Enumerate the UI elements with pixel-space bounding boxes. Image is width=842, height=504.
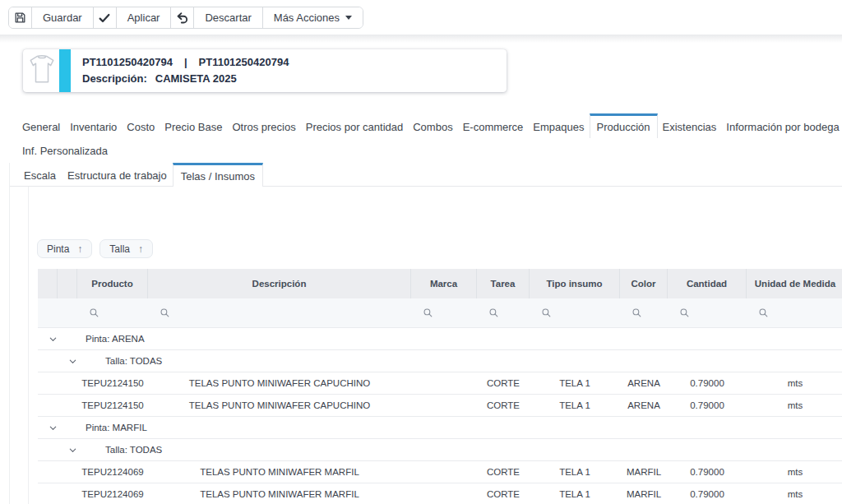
cell-producto: TEPU2124150 xyxy=(77,372,148,394)
filter-input-producto[interactable] xyxy=(77,298,148,327)
undo-icon xyxy=(175,11,189,25)
group-row-pinta-arena[interactable]: Pinta: ARENA xyxy=(38,328,842,350)
cell-descripcion: TELAS PUNTO MINIWAFER MARFIL xyxy=(148,483,411,504)
column-header-color: Color xyxy=(620,269,668,298)
cell-producto: TEPU2124150 xyxy=(77,395,148,416)
discard-button[interactable]: Descartar xyxy=(194,7,262,28)
cell-color: MARFIL xyxy=(620,483,668,504)
sort-chip-pinta[interactable]: Pinta ↑ xyxy=(37,239,92,258)
cell-color: ARENA xyxy=(620,395,668,416)
tab-existencias[interactable]: Existencias xyxy=(658,113,722,138)
cell-color: ARENA xyxy=(620,372,668,394)
tab-produccion[interactable]: Producción xyxy=(590,113,658,138)
column-header-descripcion: Descripción xyxy=(148,269,411,298)
chevron-down-icon[interactable] xyxy=(68,446,77,455)
tab-inventario[interactable]: Inventario xyxy=(65,113,122,138)
column-header-cantidad: Cantidad xyxy=(668,269,747,298)
product-code-primary: PT1101250420794 xyxy=(82,56,173,68)
caret-down-icon xyxy=(345,16,352,20)
product-description-line: Descripción:CAMISETA 2025 xyxy=(82,72,294,85)
main-tab-bar: General Inventario Costo Precio Base Otr… xyxy=(0,113,842,161)
product-code-line: PT1101250420794|PT1101250420794 xyxy=(82,56,294,68)
search-icon xyxy=(423,307,433,318)
group-label: Talla: TODAS xyxy=(105,356,162,366)
tab-precios-por-cantidad[interactable]: Precios por cantidad xyxy=(301,113,409,138)
discard-icon-button[interactable] xyxy=(171,7,194,28)
tab-inf-personalizada[interactable]: Inf. Personalizada xyxy=(17,138,113,161)
search-icon xyxy=(632,307,642,318)
chevron-down-icon[interactable] xyxy=(49,335,58,344)
search-icon xyxy=(160,307,170,318)
column-header-marca: Marca xyxy=(411,269,477,298)
apply-icon-button[interactable] xyxy=(94,7,117,28)
product-header-card: PT1101250420794|PT1101250420794 Descripc… xyxy=(23,49,507,92)
sort-chip-talla[interactable]: Talla ↑ xyxy=(99,239,153,258)
sort-chip-bar: Pinta ↑ Talla ↑ xyxy=(29,187,842,258)
cell-unidad: mts xyxy=(747,483,842,504)
chevron-down-icon[interactable] xyxy=(49,423,58,432)
product-image xyxy=(23,49,56,92)
cell-tarea: CORTE xyxy=(477,395,530,416)
cell-cantidad: 0.79000 xyxy=(668,461,747,483)
more-actions-button[interactable]: Más Acciones xyxy=(263,7,363,28)
table-row[interactable]: TEPU2124069 TELAS PUNTO MINIWAFER MARFIL… xyxy=(38,483,842,504)
group-row-pinta-marfil[interactable]: Pinta: MARFIL xyxy=(38,417,842,439)
cell-tipo-insumo: TELA 1 xyxy=(530,461,620,483)
cell-unidad: mts xyxy=(747,461,842,483)
apply-button[interactable]: Aplicar xyxy=(117,7,172,28)
produccion-tab-panel: Escala Estructura de trabajo Telas / Ins… xyxy=(9,163,842,504)
column-header-tarea: Tarea xyxy=(477,269,530,298)
tab-precio-base[interactable]: Precio Base xyxy=(160,113,227,138)
cell-marca xyxy=(411,461,477,483)
group-row-talla-todas[interactable]: Talla: TODAS xyxy=(38,350,842,372)
cell-marca xyxy=(411,395,477,416)
code-separator: | xyxy=(178,56,194,68)
filter-input-cantidad[interactable] xyxy=(668,298,747,327)
table-row[interactable]: TEPU2124150 TELAS PUNTO MINIWAFER CAPUCH… xyxy=(38,395,842,417)
description-label: Descripción: xyxy=(82,72,147,85)
filter-input-descripcion[interactable] xyxy=(148,298,411,327)
cell-producto: TEPU2124069 xyxy=(77,483,148,504)
column-header-tipo-insumo: Tipo insumo xyxy=(530,269,620,298)
tab-general[interactable]: General xyxy=(17,113,65,138)
table-row[interactable]: TEPU2124069 TELAS PUNTO MINIWAFER MARFIL… xyxy=(38,461,842,483)
save-button[interactable]: Guardar xyxy=(32,7,94,28)
save-icon-button[interactable] xyxy=(9,7,32,28)
tab-informacion-por-bodega[interactable]: Información por bodega xyxy=(721,113,842,138)
cell-unidad: mts xyxy=(747,372,842,394)
tab-combos[interactable]: Combos xyxy=(408,113,457,138)
sort-chip-label: Pinta xyxy=(47,243,69,255)
chevron-down-icon[interactable] xyxy=(68,357,77,366)
subtab-telas-insumos[interactable]: Telas / Insumos xyxy=(173,163,263,187)
table-row[interactable]: TEPU2124150 TELAS PUNTO MINIWAFER CAPUCH… xyxy=(38,372,842,395)
more-actions-label: Más Acciones xyxy=(274,12,340,24)
tab-otros-precios[interactable]: Otros precios xyxy=(227,113,300,138)
telas-insumos-table: Producto Descripción Marca Tarea Tipo in… xyxy=(38,269,842,504)
cell-descripcion: TELAS PUNTO MINIWAFER CAPUCHINO xyxy=(148,372,411,394)
tab-e-commerce[interactable]: E-commerce xyxy=(458,113,529,138)
filter-input-unidad[interactable] xyxy=(747,298,842,327)
filter-input-marca[interactable] xyxy=(411,298,477,327)
group-row-talla-todas[interactable]: Talla: TODAS xyxy=(38,439,842,461)
sort-chip-label: Talla xyxy=(109,243,130,255)
tab-empaques[interactable]: Empaques xyxy=(528,113,589,138)
save-button-label: Guardar xyxy=(43,12,82,24)
cell-tarea: CORTE xyxy=(477,461,530,483)
search-icon xyxy=(488,307,499,318)
filter-input-tarea[interactable] xyxy=(477,298,530,327)
cell-descripcion: TELAS PUNTO MINIWAFER CAPUCHINO xyxy=(148,395,411,416)
sub-tab-bar: Escala Estructura de trabajo Telas / Ins… xyxy=(10,163,842,187)
apply-button-label: Aplicar xyxy=(127,12,160,24)
subtab-escala[interactable]: Escala xyxy=(18,163,62,186)
cell-tarea: CORTE xyxy=(477,372,530,394)
filter-input-color[interactable] xyxy=(620,298,668,327)
discard-button-label: Descartar xyxy=(205,12,251,24)
tab-costo[interactable]: Costo xyxy=(122,113,160,138)
check-icon xyxy=(98,12,111,25)
group-label: Talla: TODAS xyxy=(105,445,162,455)
column-header-unidad-de-medida: Unidad de Medida xyxy=(747,269,842,298)
subtab-estructura-de-trabajo[interactable]: Estructura de trabajo xyxy=(62,163,173,186)
filter-input-tipo-insumo[interactable] xyxy=(530,298,620,327)
telas-insumos-panel: Pinta ↑ Talla ↑ Producto Descripción Mar… xyxy=(28,187,842,504)
save-icon xyxy=(13,11,27,25)
